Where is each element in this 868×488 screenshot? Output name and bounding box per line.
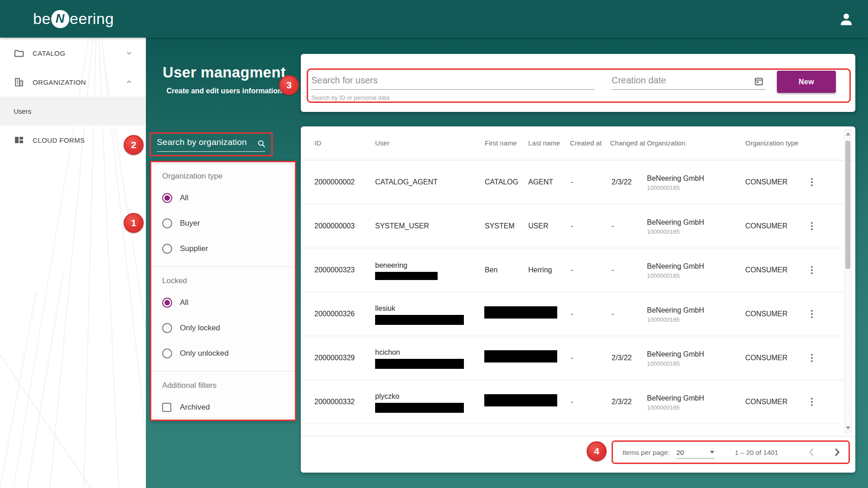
organization-id: 1000000165 xyxy=(647,360,745,367)
kebab-menu-icon[interactable] xyxy=(806,352,817,364)
table-row[interactable]: 2000000329 hcichon - 2/3/22 BeNeering Gm… xyxy=(301,336,855,380)
filter-section-additional: Additional filters Archived xyxy=(151,371,295,425)
radio-locked-all[interactable]: All xyxy=(151,290,295,315)
organization-name: BeNeering GmbH xyxy=(647,393,745,403)
previous-page-button[interactable] xyxy=(804,444,820,460)
username: plyczko xyxy=(375,391,399,401)
chevron-down-icon[interactable] xyxy=(126,50,132,56)
sidebar-item-cloud-forms[interactable]: CLOUD FORMS xyxy=(0,126,146,155)
annotation-circle-3: 3 xyxy=(279,75,299,95)
cell-created-at: - xyxy=(570,222,608,230)
beneering-logo: beNeering xyxy=(33,10,114,28)
cell-created-at: - xyxy=(570,354,608,362)
organization-id: 1000000165 xyxy=(647,184,745,191)
page-head: User managment Create and edit users inf… xyxy=(149,64,299,95)
folder-icon xyxy=(14,48,24,58)
creation-date-input[interactable]: Creation date xyxy=(612,75,666,86)
scroll-up-arrow-icon[interactable] xyxy=(846,132,850,135)
cell-user: CATALOG_AGENT xyxy=(375,177,485,187)
column-header-user: User xyxy=(375,139,485,148)
cell-organization: BeNeering GmbH 1000000165 xyxy=(647,393,745,411)
table-row[interactable]: 2000000003 SYSTEM_USER SYSTEM USER - - B… xyxy=(301,204,855,248)
cell-first-name: CATALOG xyxy=(485,178,528,186)
cell-last-name: Herring xyxy=(528,266,570,274)
table-row[interactable]: 2000000332 plyczko - 2/3/22 BeNeering Gm… xyxy=(301,380,855,424)
checkbox-unchecked-icon xyxy=(162,403,171,412)
sidebar-item-label: CATALOG xyxy=(33,49,65,57)
cell-organization: BeNeering GmbH 1000000165 xyxy=(647,349,745,367)
kebab-menu-icon[interactable] xyxy=(806,264,817,276)
radio-only-unlocked[interactable]: Only unlocked xyxy=(151,341,295,366)
radio-label: Only locked xyxy=(180,324,220,333)
radio-unselected-icon xyxy=(162,348,172,358)
calendar-icon[interactable] xyxy=(754,76,764,86)
cell-changed-at: 2/3/22 xyxy=(608,178,647,186)
table-row[interactable]: 2000000326 llesiuk - - BeNeering GmbH 10… xyxy=(301,292,855,336)
radio-org-type-supplier[interactable]: Supplier xyxy=(151,236,295,261)
user-search-helper-text: Search by ID or personal data xyxy=(311,94,390,101)
table-row[interactable]: 2000000323 beneering Ben Herring - - BeN… xyxy=(301,248,855,292)
organization-id: 1000000165 xyxy=(647,228,745,235)
new-user-button[interactable]: New xyxy=(777,71,836,93)
account-button[interactable] xyxy=(838,11,854,27)
cell-user: plyczko xyxy=(375,391,485,413)
organization-id: 1000000165 xyxy=(647,316,745,323)
radio-unselected-icon xyxy=(162,244,172,254)
sidebar-item-catalog[interactable]: CATALOG xyxy=(0,39,146,68)
sidebar-item-organization[interactable]: ORGANIZATION xyxy=(0,68,146,97)
sidebar: CATALOG ORGANIZATION xyxy=(0,38,146,488)
sidebar-item-label: CLOUD FORMS xyxy=(33,136,85,144)
sidebar-item-label: ORGANIZATION xyxy=(33,78,86,86)
cell-organization-type: CONSUMER xyxy=(745,178,806,186)
organization-search-placeholder: Search by organization xyxy=(157,136,266,148)
radio-unselected-icon xyxy=(162,323,172,333)
radio-only-locked[interactable]: Only locked xyxy=(151,315,295,341)
kebab-menu-icon[interactable] xyxy=(806,396,817,408)
cell-organization-type: CONSUMER xyxy=(745,398,806,406)
table-scrollbar[interactable] xyxy=(844,129,851,433)
radio-label: Supplier xyxy=(180,244,208,253)
filter-section-label: Additional filters xyxy=(151,377,295,395)
logo-text-suffix: eering xyxy=(70,10,114,28)
scrollbar-thumb[interactable] xyxy=(845,140,850,269)
chevron-up-icon[interactable] xyxy=(126,79,132,85)
checkbox-archived[interactable]: Archived xyxy=(151,395,295,420)
cell-organization: BeNeering GmbH 1000000165 xyxy=(647,217,745,235)
kebab-menu-icon[interactable] xyxy=(806,308,817,320)
sidebar-item-users[interactable]: Users xyxy=(0,97,146,126)
cell-created-at: - xyxy=(570,310,608,318)
creation-date-underline xyxy=(612,89,766,90)
radio-label: All xyxy=(180,298,188,307)
column-header-id: ID xyxy=(314,139,375,148)
scroll-down-arrow-icon[interactable] xyxy=(846,426,850,430)
column-header-organization-type: Organization type xyxy=(745,139,806,148)
user-search-underline xyxy=(311,89,594,90)
cell-last-name: USER xyxy=(528,222,570,230)
items-per-page-select[interactable]: 20 xyxy=(676,446,714,459)
user-search-card: Search for users Search by ID or persona… xyxy=(301,54,855,112)
radio-org-type-all[interactable]: All xyxy=(151,185,295,211)
table-header-row: ID User First name Last name Created at … xyxy=(301,126,855,160)
cell-organization-type: CONSUMER xyxy=(745,222,806,230)
table-row[interactable]: 2000000002 CATALOG_AGENT CATALOG AGENT -… xyxy=(301,160,855,204)
radio-org-type-buyer[interactable]: Buyer xyxy=(151,211,295,236)
redaction-bar xyxy=(375,315,464,325)
redaction-bar xyxy=(375,403,464,413)
search-icon[interactable] xyxy=(257,139,266,148)
filter-section-locked: Locked All Only locked Only unlocked xyxy=(151,266,295,371)
organization-search-field[interactable]: Search by organization xyxy=(149,132,273,156)
user-search-input[interactable]: Search for users xyxy=(311,75,378,86)
organization-name: BeNeering GmbH xyxy=(647,174,745,183)
next-page-button[interactable] xyxy=(829,444,845,460)
redaction-bar xyxy=(484,306,557,319)
cell-first-name: SYSTEM xyxy=(485,222,528,230)
person-icon xyxy=(838,11,854,27)
kebab-menu-icon[interactable] xyxy=(806,220,817,232)
filter-section-label: Locked xyxy=(151,272,295,290)
logo-n-icon: N xyxy=(51,10,69,28)
kebab-menu-icon[interactable] xyxy=(806,176,817,188)
radio-unselected-icon xyxy=(162,218,172,228)
filter-section-label: Organization type xyxy=(151,167,295,185)
chevron-right-icon xyxy=(831,446,843,458)
organization-id: 1000000165 xyxy=(647,404,745,411)
